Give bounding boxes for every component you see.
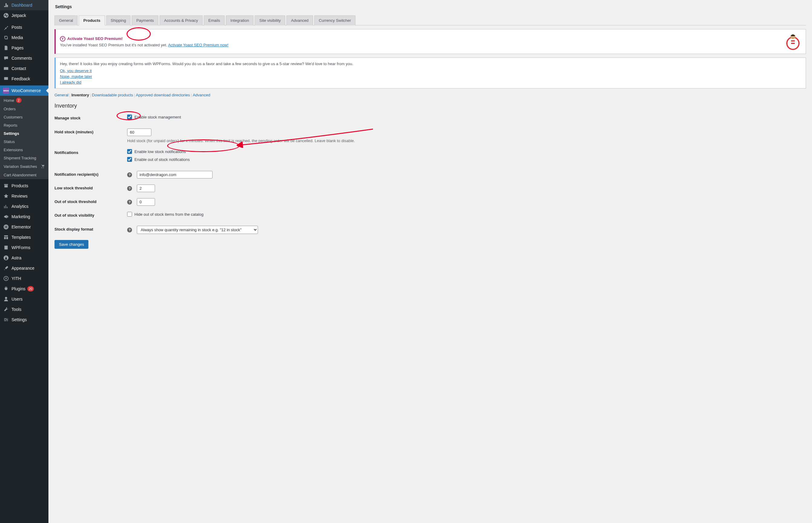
- svg-rect-9: [791, 40, 795, 41]
- sidebar-subitem-extensions[interactable]: Extensions: [0, 146, 49, 154]
- sidebar-item-appearance[interactable]: Appearance: [0, 263, 49, 273]
- sidebar-subitem-shipment-tracking[interactable]: Shipment Tracking: [0, 154, 49, 162]
- low-threshold-input[interactable]: [137, 184, 155, 192]
- sidebar-item-yith[interactable]: YITH: [0, 273, 49, 284]
- sidebar-item-label: Analytics: [12, 203, 29, 210]
- tab-emails[interactable]: Emails: [204, 16, 225, 25]
- stock-format-label: Stock display format: [55, 226, 127, 232]
- sidebar-item-settings2[interactable]: Settings: [0, 314, 49, 325]
- sidebar-subitem-orders[interactable]: Orders: [0, 105, 49, 113]
- mail-icon: [3, 66, 9, 72]
- sidebar-item-label: WPForms: [12, 245, 30, 251]
- sidebar-item-reviews[interactable]: Reviews: [0, 191, 49, 201]
- oos-threshold-label: Out of stock threshold: [55, 198, 127, 204]
- sidebar-item-feedback[interactable]: Feedback: [0, 74, 49, 84]
- sidebar-item-label: Media: [12, 35, 23, 41]
- sidebar-item-astra[interactable]: Astra: [0, 253, 49, 263]
- stock-format-select[interactable]: Always show quantity remaining in stock …: [137, 226, 258, 234]
- sidebar-item-templates[interactable]: Templates: [0, 232, 49, 242]
- out-of-stock-notify-checkbox[interactable]: [127, 157, 132, 162]
- sidebar-subitem-cart-abandonment[interactable]: Cart Abandonment: [0, 171, 49, 179]
- tab-payments[interactable]: Payments: [132, 16, 158, 25]
- tab-advanced[interactable]: Advanced: [286, 16, 313, 25]
- subtab-inventory[interactable]: Inventory: [72, 93, 89, 97]
- sidebar-item-dashboard[interactable]: Dashboard: [0, 0, 49, 10]
- sidebar-item-comments[interactable]: Comments: [0, 53, 49, 63]
- tab-shipping[interactable]: Shipping: [106, 16, 131, 25]
- oos-visibility-checkbox[interactable]: [127, 212, 132, 217]
- tab-integration[interactable]: Integration: [226, 16, 253, 25]
- sidebar-item-label: Tools: [12, 306, 21, 312]
- count-badge: 2: [16, 97, 21, 103]
- sidebar-item-products[interactable]: Products: [0, 181, 49, 191]
- brush-icon: [3, 265, 9, 271]
- manage-stock-checkbox[interactable]: [127, 114, 132, 120]
- sidebar-subitem-label: Shipment Tracking: [4, 156, 36, 160]
- sidebar-item-label: Appearance: [12, 265, 35, 271]
- sidebar-subitem-settings[interactable]: Settings: [0, 129, 49, 138]
- subtab-advanced[interactable]: Advanced: [193, 93, 210, 97]
- yoast-icon: Y: [60, 36, 65, 41]
- sidebar-item-wpforms[interactable]: WPForms: [0, 242, 49, 253]
- subtab-general[interactable]: General: [55, 93, 69, 97]
- sidebar-item-label: Comments: [12, 55, 32, 61]
- sidebar-subitem-home[interactable]: Home2: [0, 96, 49, 105]
- help-tip-icon[interactable]: ?: [127, 228, 132, 232]
- svg-rect-3: [6, 226, 7, 227]
- wpforms-review-later-link[interactable]: Nope, maybe later: [60, 74, 801, 79]
- sidebar-item-media[interactable]: Media: [0, 32, 49, 43]
- low-stock-notify-checkbox[interactable]: [127, 149, 132, 154]
- sidebar-item-jetpack[interactable]: Jetpack: [0, 10, 49, 21]
- sidebar-item-label: Users: [12, 296, 23, 302]
- tab-general[interactable]: General: [55, 16, 77, 25]
- sliders-icon: [3, 317, 9, 323]
- sidebar-subitem-reports[interactable]: Reports: [0, 121, 49, 129]
- sidebar-item-marketing[interactable]: Marketing: [0, 212, 49, 222]
- tab-currency-switcher[interactable]: Currency Switcher: [314, 16, 355, 25]
- sidebar-subitem-customers[interactable]: Customers: [0, 113, 49, 121]
- hold-stock-input[interactable]: [127, 128, 151, 136]
- hold-stock-label: Hold stock (minutes): [55, 128, 127, 134]
- yoast-activate-now-link[interactable]: Activate Yoast SEO Premium now!: [168, 43, 228, 47]
- sidebar-item-contact[interactable]: Contact: [0, 63, 49, 74]
- sidebar-subitem-status[interactable]: Status: [0, 138, 49, 146]
- sidebar-item-users[interactable]: Users: [0, 294, 49, 304]
- chart-icon: [3, 203, 9, 210]
- oos-threshold-input[interactable]: [137, 198, 155, 206]
- help-tip-icon[interactable]: ?: [127, 186, 132, 191]
- sidebar-subitem-label: Home: [4, 98, 14, 103]
- tab-accounts-privacy[interactable]: Accounts & Privacy: [159, 16, 203, 25]
- pin-icon: [3, 24, 9, 30]
- sidebar-item-elementor[interactable]: Elementor: [0, 222, 49, 232]
- sidebar-item-label: Templates: [12, 234, 31, 240]
- help-tip-icon[interactable]: ?: [127, 200, 132, 204]
- low-threshold-label: Low stock threshold: [55, 184, 127, 190]
- sidebar-item-analytics[interactable]: Analytics: [0, 201, 49, 212]
- cart-icon: [41, 164, 45, 169]
- sidebar-item-tools[interactable]: Tools: [0, 304, 49, 314]
- sidebar-item-plugins[interactable]: Plugins20: [0, 284, 49, 294]
- help-tip-icon[interactable]: ?: [127, 173, 132, 177]
- sidebar-item-posts[interactable]: Posts: [0, 22, 49, 32]
- tab-site-visibility[interactable]: Site visibility: [254, 16, 285, 25]
- wpforms-review-done-link[interactable]: I already did: [60, 80, 801, 85]
- subtab-approved-download-directories[interactable]: Approved download directories: [136, 93, 190, 97]
- wpforms-review-yes-link[interactable]: Ok, you deserve it: [60, 69, 801, 73]
- yoast-activate-link[interactable]: Y Activate Yoast SEO Premium!: [60, 36, 122, 41]
- sidebar-item-woocommerce[interactable]: woo WooCommerce: [0, 86, 49, 96]
- star-icon: [3, 193, 9, 199]
- subtab-downloadable-products[interactable]: Downloadable products: [92, 93, 133, 97]
- svg-rect-10: [791, 43, 795, 44]
- recipients-input[interactable]: [137, 171, 212, 179]
- yoast-illustration-icon: [785, 33, 801, 50]
- manage-stock-label: Manage stock: [55, 114, 127, 120]
- sidebar-item-label: Dashboard: [12, 2, 32, 8]
- low-stock-notify-label: Enable low stock notifications: [134, 149, 186, 154]
- astra-icon: [3, 255, 9, 261]
- sidebar-item-pages[interactable]: Pages: [0, 43, 49, 53]
- tab-products[interactable]: Products: [79, 16, 105, 25]
- elementor-icon: [3, 224, 9, 230]
- sidebar-subitem-variation-swatches[interactable]: Variation Swatches: [0, 162, 49, 171]
- feedback-icon: [3, 76, 9, 82]
- save-changes-button[interactable]: Save changes: [55, 240, 89, 249]
